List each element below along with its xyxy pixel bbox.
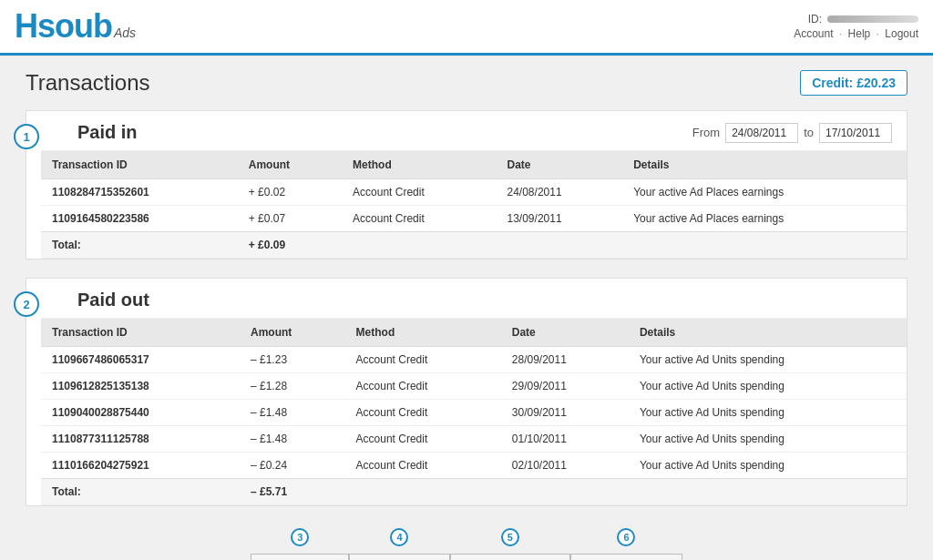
help-link[interactable]: Help (848, 27, 871, 40)
table-row: 1108284715352601 + £0.02 Account Credit … (41, 179, 907, 206)
cell-amount: – £1.28 (240, 373, 345, 400)
cell-id: 1110877311125788 (41, 426, 240, 453)
paid-in-date-filter: From to (692, 123, 892, 143)
col-amount-out: Amount (240, 319, 345, 347)
table-row: 1109612825135138 – £1.28 Account Credit … (41, 373, 907, 400)
cell-method: Account Credit (345, 373, 501, 400)
action-number-3: 3 (291, 528, 309, 546)
total-label: Total: (41, 232, 238, 259)
header-nav: Account · Help · Logout (794, 27, 918, 40)
cell-details: Your active Ad Units spending (629, 426, 907, 453)
paid-in-number: 1 (14, 124, 39, 149)
actions-row: 3Add Payment4Enter Coupon5Make Transacti… (26, 524, 907, 560)
cell-id: 1110166204275921 (41, 453, 240, 479)
request-payout-button-wrapper: 6Request Payout (570, 539, 682, 560)
cell-method: Account Credit (345, 400, 501, 426)
make-transaction-button-wrapper: 5Make Transaction (450, 539, 571, 560)
cell-date: 13/09/2011 (497, 206, 623, 232)
paid-out-thead: Transaction ID Amount Method Date Detail… (41, 319, 907, 347)
paid-out-number: 2 (14, 291, 39, 317)
cell-method: Account Credit (345, 453, 501, 479)
add-payment-button[interactable]: Add Payment (251, 554, 349, 560)
nav-separator-2: · (877, 27, 879, 40)
cell-id: 1109612825135138 (41, 373, 240, 400)
paid-out-header: Paid out (41, 279, 907, 319)
col-transaction-id: Transaction ID (41, 151, 238, 179)
account-link[interactable]: Account (794, 27, 833, 40)
cell-date: 02/10/2011 (501, 453, 629, 479)
cell-date: 01/10/2011 (501, 426, 629, 453)
cell-details: Your active Ad Places earnings (622, 179, 907, 206)
nav-separator-1: · (839, 27, 842, 40)
logout-link[interactable]: Logout (885, 27, 918, 40)
paid-in-thead: Transaction ID Amount Method Date Detail… (41, 151, 907, 179)
actions-buttons: 3Add Payment4Enter Coupon5Make Transacti… (251, 539, 682, 560)
paid-in-title: Paid in (77, 122, 138, 143)
col-method: Method (342, 151, 496, 179)
cell-id: 1108284715352601 (41, 179, 238, 206)
action-number-6: 6 (617, 528, 635, 546)
total-value: + £0.09 (238, 232, 342, 259)
cell-date: 30/09/2011 (501, 400, 629, 426)
from-label: From (692, 126, 720, 139)
logo-ads: Ads (114, 25, 136, 40)
cell-method: Account Credit (342, 179, 496, 206)
cell-amount: + £0.07 (238, 206, 342, 232)
action-number-4: 4 (390, 528, 408, 546)
id-bar (827, 15, 918, 23)
logo: Hsoub Ads (15, 7, 136, 46)
table-row: 1109164580223586 + £0.07 Account Credit … (41, 206, 907, 232)
total-row: Total: + £0.09 (41, 232, 907, 259)
total-row: Total: – £5.71 (41, 479, 907, 505)
action-number-5: 5 (501, 528, 519, 546)
cell-id: 1109040028875440 (41, 400, 240, 426)
date-from-input[interactable] (725, 123, 798, 143)
paid-out-title: Paid out (77, 290, 149, 311)
paid-in-header: Paid in From to (41, 111, 907, 151)
col-date-out: Date (501, 319, 629, 347)
paid-in-table: Transaction ID Amount Method Date Detail… (41, 151, 907, 259)
cell-id: 1109164580223586 (41, 206, 238, 232)
cell-date: 28/09/2011 (501, 347, 629, 373)
paid-in-tbody: 1108284715352601 + £0.02 Account Credit … (41, 179, 907, 259)
cell-details: Your active Ad Units spending (629, 453, 907, 479)
cell-method: Account Credit (342, 206, 496, 232)
cell-amount: – £0.24 (240, 453, 345, 479)
col-details: Details (622, 151, 907, 179)
date-to-input[interactable] (819, 123, 892, 143)
header-right: ID: Account · Help · Logout (794, 13, 918, 40)
header: Hsoub Ads ID: Account · Help · Logout (0, 0, 933, 56)
paid-in-section: 1 Paid in From to Transaction ID Amount … (26, 110, 907, 260)
credit-badge: Credit: £20.23 (800, 70, 907, 96)
id-label: ID: (808, 13, 822, 25)
cell-details: Your active Ad Units spending (629, 400, 907, 426)
cell-amount: + £0.02 (238, 179, 342, 206)
paid-out-header-row: Transaction ID Amount Method Date Detail… (41, 319, 907, 347)
request-payout-button[interactable]: Request Payout (570, 554, 682, 560)
cell-method: Account Credit (345, 347, 501, 373)
paid-out-section: 2 Paid out Transaction ID Amount Method … (26, 278, 907, 506)
page-title: Transactions (26, 70, 150, 96)
cell-method: Account Credit (345, 426, 501, 453)
table-row: 1110877311125788 – £1.48 Account Credit … (41, 426, 907, 453)
cell-date: 24/08/2011 (497, 179, 623, 206)
col-transaction-id-out: Transaction ID (41, 319, 240, 347)
paid-in-header-row: Transaction ID Amount Method Date Detail… (41, 151, 907, 179)
table-row: 1110166204275921 – £0.24 Account Credit … (41, 453, 907, 479)
col-date: Date (497, 151, 623, 179)
enter-coupon-button[interactable]: Enter Coupon (349, 554, 449, 560)
col-method-out: Method (345, 319, 501, 347)
table-row: 1109667486065317 – £1.23 Account Credit … (41, 347, 907, 373)
page-title-area: Transactions Credit: £20.23 (26, 70, 907, 96)
cell-id: 1109667486065317 (41, 347, 240, 373)
make-transaction-button[interactable]: Make Transaction (450, 554, 571, 560)
paid-out-table: Transaction ID Amount Method Date Detail… (41, 319, 907, 505)
id-line: ID: (794, 13, 918, 25)
table-row: 1109040028875440 – £1.48 Account Credit … (41, 400, 907, 426)
total-label: Total: (41, 479, 240, 505)
cell-details: Your active Ad Units spending (629, 373, 907, 400)
paid-out-tbody: 1109667486065317 – £1.23 Account Credit … (41, 347, 907, 505)
to-label: to (804, 126, 814, 139)
enter-coupon-button-wrapper: 4Enter Coupon (349, 539, 449, 560)
cell-amount: – £1.23 (240, 347, 345, 373)
